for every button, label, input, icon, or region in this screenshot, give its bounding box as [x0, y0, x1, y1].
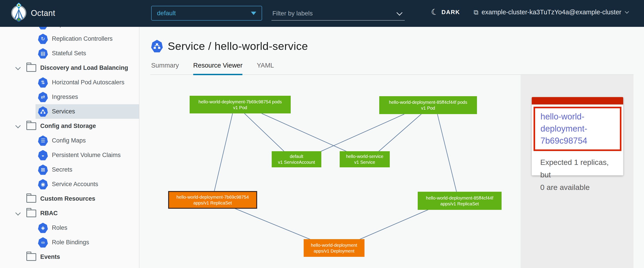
tab-bar: SummaryResource ViewerYAML — [151, 62, 274, 75]
sidebar-item-label: Replica Sets — [52, 27, 86, 28]
graph-node-label: v1 Service — [354, 159, 375, 165]
alert-highlight-box: hello-world-deployment-7b69c98754 — [534, 107, 622, 151]
graph-node-label: apps/v1 Deployment — [314, 248, 354, 254]
sidebar-item-role-bindings[interactable]: ∞Role Bindings — [0, 235, 139, 250]
namespace-dropdown[interactable]: default — [151, 6, 262, 20]
dark-theme-label: DARK — [442, 9, 460, 16]
page-title: Service / hello-world-service — [168, 40, 308, 52]
sidebar-item-custom-resources[interactable]: Custom Resources — [0, 192, 139, 206]
sidebar-group-label: Discovery and Load Balancing — [40, 64, 128, 71]
label-filter-input[interactable]: Filter by labels — [272, 7, 405, 20]
chevron-down-icon[interactable] — [15, 65, 22, 71]
label-filter-placeholder: Filter by labels — [272, 10, 313, 17]
sidebar-item-label: Secrets — [52, 166, 72, 173]
graph-node-label: v1 Pod — [233, 105, 247, 110]
sidebar-group-label: Events — [40, 254, 60, 260]
graph-node-label: v1 Pod — [421, 105, 435, 111]
services-icon — [38, 106, 48, 117]
graph-node-label: default — [290, 154, 303, 159]
sidebar-item-label: Stateful Sets — [52, 50, 86, 57]
config-maps-icon: ☰ — [38, 136, 48, 146]
sidebar-item-replication-controllers[interactable]: ↻Replication Controllers — [0, 32, 139, 46]
graph-node-service-hello-world-service[interactable]: hello-world-servicev1 Service — [340, 151, 390, 167]
graph-node-label: hello-world-deployment-85ff4cf44f pods — [389, 99, 467, 105]
sidebar-item-rbac[interactable]: RBAC — [0, 206, 139, 220]
sidebar-item-events[interactable]: Events — [0, 250, 139, 264]
sidebar-item-config-and-storage[interactable]: Config and Storage — [0, 119, 139, 133]
sidebar-item-replica-sets[interactable]: ◫Replica Sets — [0, 27, 139, 32]
page-title-row: Service / hello-world-service — [151, 40, 308, 52]
sidebar-item-roles[interactable]: ◈Roles — [0, 220, 139, 235]
sidebar-item-ingresses[interactable]: ⇄Ingresses — [0, 90, 139, 104]
chevron-down-icon[interactable] — [15, 210, 22, 217]
sidebar-item-service-accounts[interactable]: ◉Service Accounts — [0, 177, 139, 192]
graph-node-label: v1 ServiceAccount — [278, 159, 315, 165]
folder-icon — [26, 122, 36, 130]
dropdown-caret-icon — [251, 12, 256, 15]
sidebar-item-services[interactable]: Services — [0, 104, 139, 119]
graph-node-serviceaccount-default[interactable]: defaultv1 ServiceAccount — [272, 151, 321, 167]
sidebar-group-label: Config and Storage — [40, 122, 96, 130]
tab-summary[interactable]: Summary — [151, 62, 179, 75]
folder-icon — [26, 64, 36, 72]
service-accounts-icon: ◉ — [38, 179, 48, 190]
sidebar-item-label: Persistent Volume Claims — [52, 152, 121, 158]
status-danger-bar — [532, 97, 623, 104]
sidebar-item-persistent-volume-claims[interactable]: ◒Persistent Volume Claims — [0, 148, 139, 162]
status-message-line: 0 are available — [540, 181, 621, 194]
sidebar-item-stateful-sets[interactable]: ▤Stateful Sets — [0, 46, 139, 60]
graph-node-replicaset-7b69c98754[interactable]: hello-world-deployment-7b69c98754apps/v1… — [168, 191, 257, 209]
resource-link[interactable]: hello-world-deployment-7b69c98754 — [540, 110, 617, 147]
sidebar-item-label: Services — [52, 108, 75, 115]
sidebar-item-horizontal-pod-autoscalers[interactable]: ⇅Horizontal Pod Autoscalers — [0, 75, 139, 90]
sidebar-nav: ◫Replica Sets↻Replication Controllers▤St… — [0, 27, 139, 264]
graph-node-replicaset-85ff4cf44f[interactable]: hello-world-deployment-85ff4cf44fapps/v1… — [418, 192, 502, 210]
sidebar-item-discovery-and-load-balancing[interactable]: Discovery and Load Balancing — [0, 60, 139, 75]
cluster-selector-value: example-cluster-ka3TuTzYo4a@example-clus… — [482, 8, 621, 16]
resource-status-card: hello-world-deployment-7b69c98754 Expect… — [532, 97, 623, 176]
sidebar-item-label: Role Bindings — [52, 239, 89, 246]
sidebar-item-config-maps[interactable]: ☰Config Maps — [0, 133, 139, 148]
sidebar-group-label: RBAC — [40, 210, 58, 217]
graph-node-pods-85ff4cf44f[interactable]: hello-world-deployment-85ff4cf44f podsv1… — [379, 96, 477, 114]
tab-yaml[interactable]: YAML — [257, 62, 274, 75]
detail-panel: hello-world-deployment-7b69c98754 Expect… — [520, 75, 634, 268]
roles-icon: ◈ — [38, 223, 48, 233]
folder-icon — [26, 253, 36, 261]
status-message: Expected 1 replicas, but0 are available — [540, 156, 621, 194]
graph-node-label: hello-world-deployment-7b69c98754 — [176, 194, 249, 200]
graph-node-label: hello-world-service — [346, 154, 384, 159]
graph-node-label: hello-world-deployment-7b69c98754 pods — [198, 99, 282, 105]
moon-icon: ☾ — [430, 8, 439, 17]
logo-fan-line — [18, 10, 19, 18]
sidebar-group-label: Custom Resources — [40, 195, 95, 202]
ingresses-icon: ⇄ — [38, 92, 48, 102]
logo-needle-dot — [18, 4, 20, 6]
namespace-dropdown-value: default — [157, 10, 176, 17]
graph-node-pods-7b69c98754[interactable]: hello-world-deployment-7b69c98754 podsv1… — [190, 96, 291, 114]
graph-node-deployment-hello-world-deployment[interactable]: hello-world-deploymentapps/v1 Deployment — [304, 239, 364, 257]
stateful-sets-icon: ▤ — [38, 48, 48, 58]
chevron-down-icon[interactable] — [396, 10, 402, 16]
tab-resource-viewer[interactable]: Resource Viewer — [193, 62, 242, 75]
secrets-icon: ⊠ — [38, 165, 48, 175]
status-message-line: Expected 1 replicas, but — [540, 156, 621, 181]
replica-sets-icon: ◫ — [38, 27, 48, 30]
sidebar-item-label: Service Accounts — [52, 181, 98, 188]
service-resource-icon — [151, 40, 163, 52]
graph-node-label: apps/v1 ReplicaSet — [194, 200, 232, 206]
sidebar-item-label: Roles — [52, 224, 67, 231]
cluster-selector[interactable]: ⧉ example-cluster-ka3TuTzYo4a@example-cl… — [474, 8, 628, 16]
horizontal-pod-autoscalers-icon: ⇅ — [38, 78, 48, 88]
logo-bottom-dot — [18, 18, 20, 21]
dark-theme-toggle[interactable]: ☾ DARK — [431, 8, 460, 16]
graph-node-label: apps/v1 ReplicaSet — [440, 201, 479, 207]
sidebar-item-secrets[interactable]: ⊠Secrets — [0, 162, 139, 177]
sidebar-item-label: Replication Controllers — [52, 35, 113, 42]
folder-icon — [26, 195, 36, 203]
chevron-down-icon — [625, 10, 629, 14]
sidebar-item-label: Ingresses — [52, 94, 78, 100]
chevron-down-icon[interactable] — [15, 123, 22, 130]
app-title: Octant — [31, 8, 55, 18]
folder-icon — [26, 210, 36, 217]
